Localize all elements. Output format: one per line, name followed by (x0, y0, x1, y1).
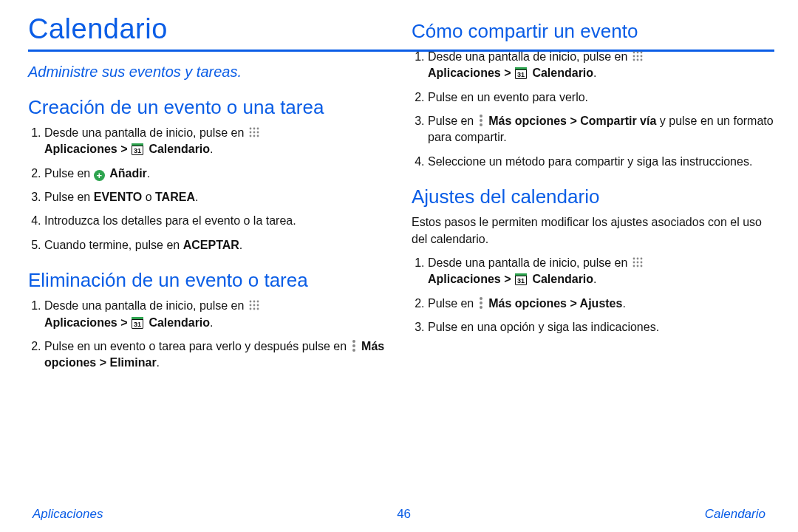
section-create: Creación de un evento o una tarea Desde … (28, 97, 391, 253)
section-settings: Ajustes del calendario Estos pasos le pe… (412, 186, 774, 335)
step-text: Desde una pantalla de inicio, pulse en (428, 50, 631, 63)
list-item: Desde una pantalla de inicio, pulse en A… (44, 125, 391, 158)
svg-point-35 (640, 265, 642, 267)
sep-gt: > (501, 66, 514, 79)
svg-point-25 (636, 58, 638, 61)
more-settings-label: Más opciones > Ajustes (488, 297, 622, 310)
list-item: Pulse en + Añadir. (44, 166, 391, 182)
calendar-icon: 31 (132, 317, 143, 329)
calendar-label: Calendario (149, 143, 210, 155)
footer-left: Aplicaciones (33, 507, 103, 522)
svg-point-20 (640, 51, 642, 53)
period: . (593, 273, 596, 285)
calendar-icon-number: 31 (132, 146, 143, 155)
more-options-icon (477, 297, 485, 309)
svg-point-17 (256, 308, 259, 310)
steps-share: Desde una pantalla de inicio, pulse en A… (412, 49, 774, 170)
svg-point-2 (256, 127, 259, 129)
step-text: Pulse en un evento o tarea para verlo y … (44, 340, 350, 352)
list-item: Cuando termine, pulse en ACEPTAR. (44, 237, 391, 253)
content-columns: Administre sus eventos y tareas. Creació… (28, 64, 774, 388)
svg-point-27 (632, 258, 635, 260)
page-subtitle: Administre sus eventos y tareas. (28, 64, 391, 81)
task-label: TAREA (155, 191, 195, 203)
step-text: Desde una pantalla de inicio, pulse en (44, 299, 248, 312)
settings-intro: Estos pasos le permiten modificar los aj… (412, 214, 774, 248)
apps-label: Aplicaciones (428, 273, 501, 285)
step-text: Pulse en (428, 115, 477, 127)
svg-point-22 (636, 55, 638, 57)
more-options-icon (477, 115, 485, 126)
footer-pagenum: 46 (397, 507, 411, 522)
apps-label: Aplicaciones (44, 316, 117, 329)
period: . (157, 356, 160, 369)
apps-label: Aplicaciones (428, 66, 501, 79)
calendar-icon-number: 31 (132, 320, 143, 329)
svg-point-8 (256, 134, 259, 137)
more-options-icon (350, 340, 358, 352)
sep-gt: > (501, 273, 514, 285)
svg-point-31 (636, 262, 638, 264)
svg-point-7 (253, 134, 255, 137)
period: . (622, 297, 625, 310)
apps-label: Aplicaciones (44, 143, 117, 155)
calendar-icon-number: 31 (515, 276, 527, 285)
list-item: Desde una pantalla de inicio, pulse en A… (428, 49, 774, 82)
step-text: Pulse en (44, 191, 94, 203)
svg-point-9 (249, 301, 251, 303)
steps-settings: Desde una pantalla de inicio, pulse en A… (412, 255, 774, 336)
svg-point-0 (249, 127, 251, 129)
steps-create: Desde una pantalla de inicio, pulse en A… (28, 125, 391, 253)
svg-point-14 (256, 304, 259, 307)
add-label: Añadir (109, 167, 147, 180)
period: . (210, 316, 213, 329)
svg-point-32 (640, 262, 642, 264)
list-item: Pulse en un evento o tarea para verlo y … (44, 338, 391, 372)
apps-grid-icon (249, 299, 259, 309)
svg-point-26 (640, 58, 642, 61)
calendar-icon: 31 (132, 143, 143, 155)
sep-gt: > (117, 316, 131, 329)
calendar-label: Calendario (532, 273, 593, 285)
list-item: Desde una pantalla de inicio, pulse en A… (428, 255, 774, 288)
heading-create: Creación de un evento o una tarea (28, 97, 391, 119)
period: . (210, 143, 213, 155)
plus-icon: + (94, 170, 105, 181)
accept-label: ACEPTAR (183, 239, 239, 251)
apps-grid-icon (632, 256, 643, 266)
svg-point-12 (249, 304, 251, 307)
list-item: Pulse en EVENTO o TAREA. (44, 189, 391, 205)
or-text: o (146, 191, 155, 203)
step-text: Desde una pantalla de inicio, pulse en (44, 126, 248, 139)
svg-point-10 (253, 301, 255, 303)
calendar-label: Calendario (532, 66, 593, 79)
svg-point-1 (253, 127, 255, 129)
svg-point-30 (632, 262, 635, 264)
list-item: Seleccione un método para compartir y si… (428, 154, 774, 170)
svg-point-15 (249, 308, 251, 310)
list-item: Desde una pantalla de inicio, pulse en A… (44, 298, 391, 331)
svg-point-3 (249, 131, 251, 133)
svg-point-34 (636, 265, 638, 267)
svg-point-21 (632, 55, 635, 57)
list-item: Pulse en una opción y siga las indicacio… (428, 319, 774, 335)
period: . (147, 167, 150, 180)
svg-point-28 (636, 258, 638, 260)
svg-point-4 (253, 131, 255, 133)
svg-point-29 (640, 258, 642, 260)
svg-point-13 (253, 304, 255, 307)
event-label: EVENTO (94, 191, 143, 203)
apps-grid-icon (249, 126, 259, 136)
heading-delete: Eliminación de un evento o tarea (28, 270, 391, 292)
svg-point-16 (253, 308, 255, 310)
more-share-label: Más opciones > Compartir vía (488, 115, 656, 127)
list-item: Pulse en un evento para verlo. (428, 89, 774, 106)
calendar-icon: 31 (515, 273, 527, 285)
step-text: Pulse en (44, 167, 94, 180)
section-delete: Eliminación de un evento o tarea Desde u… (28, 270, 391, 371)
calendar-icon: 31 (515, 67, 527, 79)
list-item: Introduzca los detalles para el evento o… (44, 213, 391, 229)
step-text: Cuando termine, pulse en (44, 239, 183, 251)
svg-point-18 (632, 51, 635, 53)
heading-share: Cómo compartir un evento (412, 21, 774, 43)
